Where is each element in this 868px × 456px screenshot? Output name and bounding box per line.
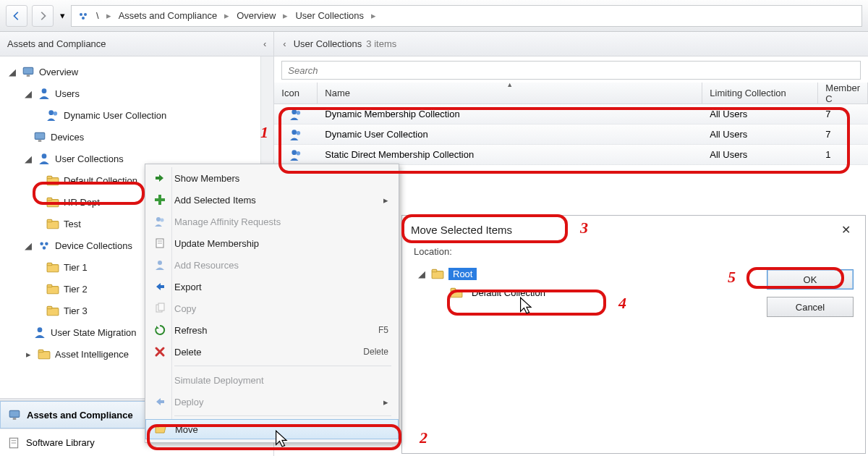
user-icon — [33, 326, 46, 339]
tree-dynamic-user-collection[interactable]: Dynamic User Collection — [0, 104, 273, 126]
search-input[interactable] — [281, 61, 861, 80]
sidebar-collapse-icon[interactable]: ‹ — [263, 38, 266, 49]
ctx-move[interactable]: Move — [145, 419, 399, 439]
folder-icon — [431, 267, 444, 280]
breadcrumb[interactable]: \ ▸ Assets and Compliance ▸ Overview ▸ U… — [71, 5, 862, 27]
ctx-delete[interactable]: Delete Delete — [145, 341, 399, 363]
table-row[interactable]: Dynamic Membership Collection All Users … — [274, 104, 868, 124]
tree-overview[interactable]: ◢ Overview — [0, 61, 273, 83]
collapse-icon[interactable]: ‹ — [283, 38, 286, 49]
chevron-icon: ▸ — [371, 10, 376, 21]
item-count: 3 items — [366, 38, 396, 49]
users-icon — [289, 108, 302, 121]
ok-button[interactable]: OK — [767, 269, 854, 290]
col-member[interactable]: Member C — [818, 83, 868, 104]
export-icon — [153, 281, 167, 292]
copy-icon — [153, 303, 167, 314]
twisty-open-icon[interactable]: ◢ — [7, 67, 17, 77]
list-body: Dynamic Membership Collection All Users … — [274, 104, 868, 165]
ctx-show-members[interactable]: Show Members — [145, 167, 399, 189]
folder-icon — [46, 261, 59, 274]
ctx-add-resources: Add Resources — [145, 254, 399, 276]
context-menu: Show Members Add Selected Items ▸ Manage… — [145, 164, 399, 443]
users-icon — [289, 148, 302, 161]
ctx-simulate-deployment: Simulate Deployment — [145, 369, 399, 391]
separator — [174, 366, 391, 366]
doc-icon — [153, 237, 167, 249]
ctx-affinity: Manage Affinity Requests — [145, 211, 399, 232]
twisty-closed-icon[interactable]: ▸ — [23, 349, 33, 360]
twisty-open-icon[interactable]: ◢ — [23, 153, 33, 164]
users-icon — [289, 128, 302, 141]
folder-icon — [46, 174, 59, 187]
col-icon[interactable]: Icon — [274, 83, 318, 104]
plus-icon — [153, 194, 167, 206]
user-icon — [38, 87, 51, 100]
twisty-open-icon[interactable]: ◢ — [417, 269, 427, 279]
submenu-arrow-icon: ▸ — [383, 397, 388, 408]
forward-button[interactable] — [32, 5, 54, 27]
folder-icon — [46, 195, 59, 208]
content-title: User Collections — [294, 38, 362, 49]
location-label: Location: — [414, 246, 854, 257]
refresh-icon — [153, 324, 167, 336]
tree-devices[interactable]: Devices — [0, 126, 273, 148]
twisty-open-icon[interactable]: ◢ — [23, 88, 33, 99]
overview-icon — [22, 65, 35, 78]
doc-icon — [7, 436, 20, 449]
ctx-update-membership[interactable]: Update Membership — [145, 232, 399, 254]
users-icon — [153, 216, 167, 227]
export-icon — [153, 396, 167, 408]
users-icon — [46, 109, 59, 122]
twisty-open-icon[interactable]: ◢ — [23, 240, 33, 251]
user-icon — [38, 152, 51, 165]
folder-open-icon — [153, 423, 168, 435]
table-row[interactable]: Dynamic User Collection All Users 7 — [274, 124, 868, 145]
chevron-icon: ▸ — [224, 10, 229, 21]
arrow-icon — [153, 172, 167, 184]
history-dropdown-icon[interactable]: ▾ — [58, 10, 67, 21]
breadcrumb-item[interactable]: Assets and Compliance — [119, 10, 218, 21]
user-icon — [153, 259, 167, 271]
breadcrumb-icon — [77, 10, 89, 22]
chevron-icon: ▸ — [283, 10, 288, 21]
column-headers: Icon ▲Name Limiting Collection Member C — [274, 83, 868, 104]
col-limiting[interactable]: Limiting Collection — [702, 83, 818, 104]
dialog-title: Move Selected Items — [411, 224, 512, 236]
sidebar-title: Assets and Compliance ‹ — [0, 32, 273, 56]
monitor-icon — [8, 408, 21, 421]
move-dialog: Move Selected Items ✕ Location: ◢ Root D… — [401, 215, 866, 454]
col-name[interactable]: ▲Name — [318, 83, 702, 104]
chevron-icon: ▸ — [106, 10, 111, 21]
dialog-titlebar: Move Selected Items ✕ — [402, 216, 865, 243]
folder-icon — [46, 217, 59, 230]
ctx-add-selected[interactable]: Add Selected Items ▸ — [145, 189, 399, 211]
collections-icon — [38, 239, 51, 252]
sort-asc-icon: ▲ — [506, 81, 513, 88]
submenu-arrow-icon: ▸ — [383, 195, 388, 206]
ctx-copy: Copy — [145, 297, 399, 319]
folder-icon — [450, 286, 463, 299]
toolbar: ▾ \ ▸ Assets and Compliance ▸ Overview ▸… — [0, 0, 868, 32]
table-row[interactable]: Static Direct Membership Collection All … — [274, 145, 868, 165]
folder-icon — [46, 304, 59, 317]
ctx-deploy: Deploy ▸ — [145, 391, 399, 413]
breadcrumb-item[interactable]: User Collections — [295, 10, 364, 21]
breadcrumb-item[interactable]: Overview — [237, 10, 276, 21]
ctx-refresh[interactable]: Refresh F5 — [145, 319, 399, 341]
content-header: ‹ User Collections 3 items — [274, 32, 868, 56]
delete-icon — [153, 346, 167, 358]
cancel-button[interactable]: Cancel — [767, 297, 854, 317]
tree-users[interactable]: ◢ Users — [0, 83, 273, 104]
search-bar — [281, 61, 861, 80]
back-button[interactable] — [6, 5, 27, 27]
folder-icon — [46, 282, 59, 295]
ctx-export[interactable]: Export — [145, 276, 399, 297]
monitor-icon — [33, 130, 46, 143]
close-button[interactable]: ✕ — [835, 219, 856, 240]
separator — [174, 415, 391, 416]
folder-icon — [38, 347, 51, 360]
breadcrumb-root: \ — [96, 10, 99, 21]
